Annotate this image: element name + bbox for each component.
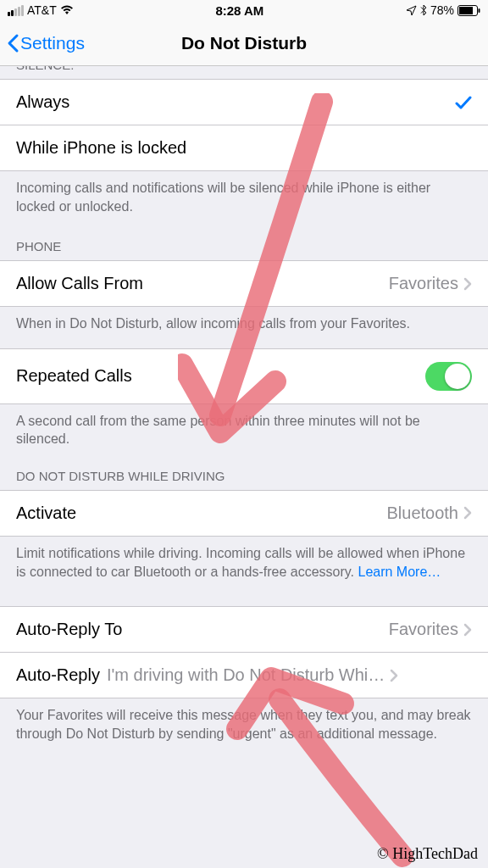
activate-value: Bluetooth xyxy=(386,504,458,523)
location-icon xyxy=(406,5,417,16)
silence-locked-row[interactable]: While iPhone is locked xyxy=(0,125,488,171)
activate-label: Activate xyxy=(16,504,76,523)
chevron-right-icon xyxy=(463,623,472,637)
driving-header: DO NOT DISTURB WHILE DRIVING xyxy=(0,464,488,490)
auto-reply-to-value: Favorites xyxy=(389,620,458,639)
copyright-watermark: © HighTechDad xyxy=(377,845,478,863)
chevron-right-icon xyxy=(463,506,472,520)
silence-footer: Incoming calls and notifications will be… xyxy=(0,171,488,231)
auto-reply-label: Auto-Reply xyxy=(16,665,100,685)
back-button[interactable]: Settings xyxy=(7,33,85,53)
toggle-knob xyxy=(445,364,470,389)
status-time: 8:28 AM xyxy=(215,3,263,18)
chevron-left-icon xyxy=(7,33,20,53)
wifi-icon xyxy=(60,5,74,15)
status-bar: AT&T 8:28 AM 78% xyxy=(0,0,488,20)
status-right: 78% xyxy=(406,3,480,17)
phone-header: PHONE xyxy=(0,231,488,260)
repeated-calls-toggle[interactable] xyxy=(425,362,472,391)
allow-calls-footer: When in Do Not Disturb, allow incoming c… xyxy=(0,307,488,348)
activate-row[interactable]: Activate Bluetooth xyxy=(0,490,488,537)
nav-bar: Settings Do Not Disturb xyxy=(0,20,488,66)
back-label: Settings xyxy=(20,33,85,53)
battery-percent: 78% xyxy=(430,3,454,17)
silence-locked-label: While iPhone is locked xyxy=(16,138,186,158)
auto-reply-value: I'm driving with Do Not Disturb Whi… xyxy=(107,665,385,685)
auto-reply-to-label: Auto-Reply To xyxy=(16,620,122,639)
repeated-calls-row[interactable]: Repeated Calls xyxy=(0,348,488,404)
repeated-calls-footer: A second call from the same person withi… xyxy=(0,404,488,464)
svg-rect-1 xyxy=(459,7,473,14)
chevron-right-icon xyxy=(463,277,472,291)
allow-calls-row[interactable]: Allow Calls From Favorites xyxy=(0,260,488,307)
chevron-right-icon xyxy=(390,669,398,682)
status-left: AT&T xyxy=(8,3,74,17)
silence-always-label: Always xyxy=(16,92,69,112)
activate-footer: Limit notifications while driving. Incom… xyxy=(0,537,488,596)
auto-reply-row[interactable]: Auto-Reply I'm driving with Do Not Distu… xyxy=(0,652,488,698)
settings-content: SILENCE: Always While iPhone is locked I… xyxy=(0,58,488,758)
checkmark-icon xyxy=(455,95,472,110)
allow-calls-value: Favorites xyxy=(389,274,458,293)
repeated-calls-label: Repeated Calls xyxy=(16,366,132,386)
learn-more-link[interactable]: Learn More… xyxy=(358,565,441,579)
bluetooth-icon xyxy=(420,4,427,16)
signal-strength-icon xyxy=(8,5,24,16)
silence-always-row[interactable]: Always xyxy=(0,79,488,125)
allow-calls-label: Allow Calls From xyxy=(16,274,143,293)
carrier-name: AT&T xyxy=(27,3,57,17)
auto-reply-footer: Your Favorites will receive this message… xyxy=(0,698,488,758)
auto-reply-to-row[interactable]: Auto-Reply To Favorites xyxy=(0,606,488,652)
battery-icon xyxy=(458,5,480,16)
svg-rect-2 xyxy=(479,8,480,13)
